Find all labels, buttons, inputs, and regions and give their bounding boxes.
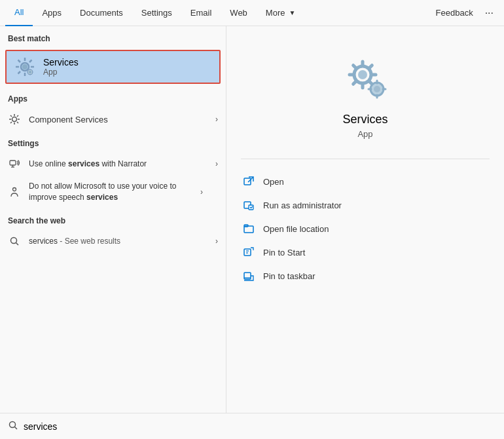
tab-documents[interactable]: Documents xyxy=(71,0,132,26)
voice-icon xyxy=(8,185,21,199)
open-file-location-action[interactable]: Open file location xyxy=(242,217,488,240)
settings-voice-label: Do not allow Microsoft to use your voice… xyxy=(29,181,192,203)
tab-web-label: Web xyxy=(230,8,247,18)
svg-line-40 xyxy=(353,81,356,84)
tab-email[interactable]: Email xyxy=(181,0,221,26)
svg-point-11 xyxy=(29,71,31,73)
svg-line-30 xyxy=(16,242,19,245)
best-match-item[interactable]: Services App xyxy=(5,50,221,84)
svg-line-5 xyxy=(18,60,21,63)
narrator-icon xyxy=(8,157,21,170)
web-search-item[interactable]: services - See web results › xyxy=(0,229,226,253)
open-label: Open xyxy=(263,177,284,187)
left-panel: Best match xyxy=(0,26,226,413)
run-as-admin-label: Run as administrator xyxy=(263,200,342,210)
svg-rect-25 xyxy=(10,161,16,165)
pin-to-start-icon xyxy=(242,246,255,259)
svg-line-23 xyxy=(17,115,18,117)
tab-documents-label: Documents xyxy=(80,8,123,18)
nav-bar: All Apps Documents Settings Email Web Mo… xyxy=(0,0,504,26)
search-bar-icon xyxy=(8,420,18,432)
settings-label: Settings xyxy=(0,131,226,152)
chevron-right-icon-3: › xyxy=(200,187,203,197)
svg-point-42 xyxy=(374,86,380,92)
chevron-down-icon: ▼ xyxy=(289,9,295,16)
app-icon-large xyxy=(339,52,391,105)
tab-settings-label: Settings xyxy=(141,8,172,18)
tab-apps[interactable]: Apps xyxy=(33,0,71,26)
web-search-label: services - See web results xyxy=(29,237,207,246)
settings-voice-item[interactable]: Do not allow Microsoft to use your voice… xyxy=(0,176,226,208)
svg-point-9 xyxy=(22,64,27,69)
search-input[interactable] xyxy=(24,421,496,432)
chevron-right-icon-4: › xyxy=(215,237,218,246)
apps-label: Apps xyxy=(0,86,226,107)
svg-point-16 xyxy=(12,117,17,122)
tab-apps-label: Apps xyxy=(42,8,62,18)
run-as-admin-action[interactable]: Run as administrator xyxy=(242,193,488,217)
svg-line-21 xyxy=(10,115,12,117)
component-services-label: Component Services xyxy=(29,115,207,124)
best-match-name: Services xyxy=(43,57,79,67)
chevron-right-icon-2: › xyxy=(215,159,218,168)
settings-narrator-item[interactable]: Use online services with Narrator › xyxy=(0,152,226,176)
tab-email-label: Email xyxy=(190,8,212,18)
svg-point-29 xyxy=(11,237,17,243)
divider xyxy=(241,159,490,159)
tab-more-label: More xyxy=(266,8,285,18)
tab-more[interactable]: More ▼ xyxy=(257,0,305,26)
best-match-text: Services App xyxy=(43,57,79,77)
svg-line-7 xyxy=(29,60,32,63)
feedback-button[interactable]: Feedback xyxy=(429,8,480,18)
search-bar xyxy=(0,413,504,439)
svg-line-59 xyxy=(15,427,18,430)
tab-all[interactable]: All xyxy=(5,0,33,26)
open-action[interactable]: Open xyxy=(242,170,488,193)
open-file-location-icon xyxy=(242,222,255,235)
svg-rect-53 xyxy=(244,249,251,256)
open-file-location-label: Open file location xyxy=(263,224,329,234)
pin-to-taskbar-label: Pin to taskbar xyxy=(263,271,315,281)
app-type: App xyxy=(357,129,372,139)
web-label: Search the web xyxy=(0,208,226,229)
search-icon xyxy=(8,235,21,248)
svg-line-38 xyxy=(369,81,372,84)
pin-to-start-action[interactable]: Pin to Start xyxy=(242,240,488,264)
chevron-right-icon: › xyxy=(215,115,218,124)
action-list: Open Run as administrator xyxy=(226,170,504,288)
svg-line-8 xyxy=(18,71,21,74)
svg-line-39 xyxy=(369,66,372,68)
services-icon xyxy=(14,56,35,77)
component-services-icon xyxy=(8,113,21,126)
settings-narrator-label: Use online services with Narrator xyxy=(29,159,207,168)
svg-rect-47 xyxy=(244,178,251,185)
run-as-admin-icon xyxy=(242,199,255,212)
best-match-label: Best match xyxy=(0,26,226,47)
tab-web[interactable]: Web xyxy=(221,0,257,26)
main-layout: Best match xyxy=(0,26,504,413)
app-name: Services xyxy=(342,113,387,126)
svg-line-37 xyxy=(353,66,356,68)
open-icon xyxy=(242,175,255,188)
right-panel: Services App Open xyxy=(226,26,504,413)
more-options-button[interactable]: ··· xyxy=(480,7,499,19)
pin-to-taskbar-icon xyxy=(242,269,255,282)
tab-settings[interactable]: Settings xyxy=(132,0,181,26)
pin-to-taskbar-action[interactable]: Pin to taskbar xyxy=(242,264,488,288)
svg-line-22 xyxy=(17,122,18,123)
pin-to-start-label: Pin to Start xyxy=(263,248,305,258)
best-match-sub: App xyxy=(43,67,79,77)
svg-point-58 xyxy=(10,422,16,428)
svg-line-24 xyxy=(10,122,12,123)
tab-all-label: All xyxy=(14,7,24,17)
svg-point-28 xyxy=(13,187,16,191)
svg-point-32 xyxy=(358,70,367,79)
svg-rect-50 xyxy=(249,205,253,210)
component-services-item[interactable]: Component Services › xyxy=(0,107,226,131)
